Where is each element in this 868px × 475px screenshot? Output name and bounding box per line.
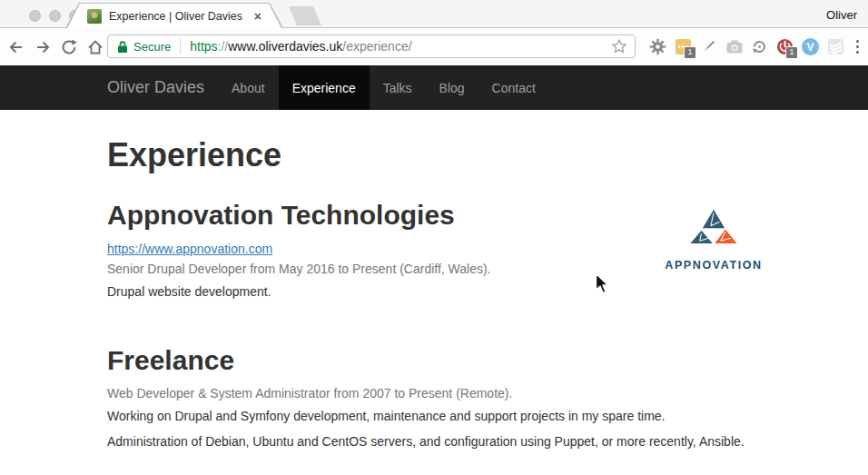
- eyedropper-icon: [700, 38, 717, 55]
- gear-icon: [649, 38, 666, 55]
- session-refresh-extension-button[interactable]: [751, 38, 769, 56]
- camera-extension-button[interactable]: [725, 38, 744, 56]
- tab-title: Experience | Oliver Davies: [109, 10, 247, 23]
- vimeo-extension-button[interactable]: V: [802, 38, 820, 56]
- home-button[interactable]: [84, 36, 106, 58]
- job-description: Drupal website development.: [107, 284, 763, 299]
- site-navbar: Oliver Davies About Experience Talks Blo…: [0, 65, 868, 110]
- extension-badge: 1: [785, 46, 797, 59]
- tab-strip: Experience | Oliver Davies × Oliver: [0, 0, 868, 28]
- browser-toolbar: Secure https://www.oliverdavies.uk/exper…: [0, 28, 868, 65]
- todoist-extension-button[interactable]: [827, 38, 845, 56]
- appnovation-triangles-icon: [685, 202, 743, 252]
- todoist-icon: [827, 38, 844, 55]
- camera-icon: [725, 38, 744, 55]
- extension-badge: 1: [684, 46, 695, 59]
- profile-name-label: Oliver: [826, 8, 857, 22]
- job-description: Administration of Debian, Ubuntu and Cen…: [107, 434, 763, 449]
- experience-section-appnovation: Appnovation Technologies https://www.app…: [107, 202, 763, 299]
- active-tab[interactable]: Experience | Oliver Davies ×: [65, 3, 283, 28]
- page-title: Experience: [107, 137, 763, 173]
- experience-section-freelance: Freelance Web Developer & System Adminis…: [107, 347, 763, 449]
- tab-close-icon[interactable]: ×: [254, 10, 261, 23]
- url-text[interactable]: https://www.oliverdavies.uk/experience/: [190, 39, 411, 54]
- bookmark-star-button[interactable]: [611, 38, 627, 54]
- job-title: Freelance: [107, 347, 763, 374]
- url-scheme: https: [190, 39, 217, 54]
- appnovation-logo: APPNOVATION: [659, 202, 768, 272]
- back-button[interactable]: [5, 36, 27, 58]
- menu-dot: [856, 40, 860, 44]
- page-content: Experience Appnovation Technologies http…: [107, 110, 763, 460]
- close-window-button[interactable]: [29, 10, 41, 22]
- company-link[interactable]: https://www.appnovation.com: [107, 242, 272, 256]
- tab-favicon: [87, 9, 102, 24]
- site-brand-link[interactable]: Oliver Davies: [94, 65, 218, 110]
- eyedropper-extension-button[interactable]: [700, 38, 718, 56]
- menu-dot: [856, 45, 860, 49]
- extensions-row: 1: [649, 28, 863, 65]
- url-separator: ://: [218, 39, 229, 54]
- menu-dot: [856, 51, 860, 54]
- url-host: www.oliverdavies.uk: [228, 39, 342, 54]
- secure-label: Secure: [133, 40, 171, 54]
- star-icon: [611, 38, 627, 54]
- reload-button[interactable]: [58, 36, 80, 58]
- mouse-cursor: [595, 272, 610, 295]
- session-refresh-icon: [751, 38, 768, 55]
- nav-item-contact[interactable]: Contact: [478, 65, 549, 110]
- home-icon: [85, 37, 105, 57]
- address-bar[interactable]: Secure https://www.oliverdavies.uk/exper…: [107, 35, 636, 58]
- forward-button[interactable]: [32, 36, 54, 58]
- gear-extension-button[interactable]: [649, 38, 667, 56]
- nav-item-about[interactable]: About: [218, 65, 279, 110]
- vimeo-icon: V: [802, 38, 819, 55]
- sticky-notes-extension-button[interactable]: 1: [675, 38, 693, 56]
- forward-arrow-icon: [33, 37, 53, 57]
- job-description: Working on Drupal and Symfony developmen…: [107, 409, 763, 423]
- job-meta: Web Developer & System Administrator fro…: [107, 386, 763, 401]
- back-arrow-icon: [6, 37, 26, 57]
- omnibox-divider: [180, 39, 181, 54]
- nav-item-blog[interactable]: Blog: [426, 65, 478, 110]
- url-path: /experience/: [342, 39, 411, 54]
- new-tab-button[interactable]: [289, 6, 321, 25]
- nav-item-talks[interactable]: Talks: [370, 65, 426, 110]
- secure-lock-icon: [117, 40, 128, 54]
- appnovation-wordmark: APPNOVATION: [659, 259, 768, 272]
- browser-menu-button[interactable]: [853, 40, 863, 54]
- minimize-window-button[interactable]: [49, 10, 61, 22]
- power-blocker-extension-button[interactable]: 1: [776, 38, 794, 56]
- nav-item-experience[interactable]: Experience: [279, 65, 370, 110]
- reload-icon: [59, 37, 79, 57]
